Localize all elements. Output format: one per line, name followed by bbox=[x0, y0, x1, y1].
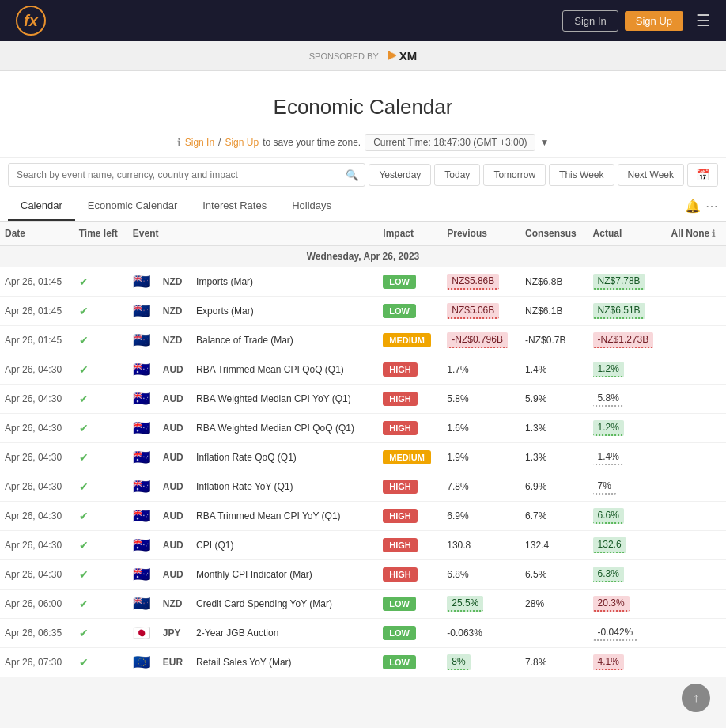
event-name[interactable]: 2-Year JGB Auction bbox=[191, 619, 378, 648]
more-options-icon[interactable]: ⋯ bbox=[705, 199, 718, 214]
table-row: Apr 26, 04:30 ✔ 🇦🇺 AUD RBA Weighted Medi… bbox=[0, 414, 726, 443]
tab-holidays[interactable]: Holidays bbox=[279, 191, 344, 221]
previous-value: 1.9% bbox=[447, 452, 468, 463]
filter-next-week-button[interactable]: Next Week bbox=[618, 164, 684, 186]
th-all-none[interactable]: All None ℹ bbox=[666, 222, 726, 246]
event-name[interactable]: Credit Card Spending YoY (Mar) bbox=[191, 590, 378, 619]
event-name[interactable]: Imports (Mar) bbox=[191, 267, 378, 297]
event-flag: 🇳🇿 bbox=[128, 297, 158, 326]
event-currency: NZD bbox=[158, 590, 191, 619]
event-flag: 🇯🇵 bbox=[128, 619, 158, 648]
hamburger-menu-icon[interactable]: ☰ bbox=[696, 11, 710, 30]
event-alert bbox=[666, 385, 726, 414]
event-previous: NZ$5.06B bbox=[442, 297, 520, 326]
th-date: Date bbox=[0, 222, 74, 246]
check-icon: ✔ bbox=[79, 656, 89, 669]
sponsor-logo[interactable]: ⯈ XM bbox=[387, 49, 418, 63]
event-consensus: NZ$6.1B bbox=[520, 297, 588, 326]
event-name[interactable]: RBA Weighted Median CPI QoQ (Q1) bbox=[191, 414, 378, 443]
impact-badge: MEDIUM bbox=[383, 450, 431, 464]
timezone-signin-link[interactable]: Sign In bbox=[185, 137, 214, 148]
event-alert bbox=[666, 267, 726, 297]
event-actual: 20.3% bbox=[588, 590, 667, 619]
event-actual: 5.8% bbox=[588, 385, 667, 414]
event-consensus: 1.3% bbox=[520, 443, 588, 472]
tab-economic-calendar[interactable]: Economic Calendar bbox=[75, 191, 190, 221]
table-section: Date Time left Event Impact Previous Con… bbox=[0, 222, 726, 677]
table-row: Apr 26, 04:30 ✔ 🇦🇺 AUD RBA Trimmed Mean … bbox=[0, 502, 726, 531]
actual-value: 7% bbox=[593, 479, 616, 495]
event-name[interactable]: Inflation Rate QoQ (Q1) bbox=[191, 443, 378, 472]
event-check: ✔ bbox=[74, 648, 128, 677]
previous-value: 1.7% bbox=[447, 364, 468, 375]
event-name[interactable]: CPI (Q1) bbox=[191, 531, 378, 560]
event-name[interactable]: RBA Weighted Median CPI YoY (Q1) bbox=[191, 385, 378, 414]
table-row: Apr 26, 06:35 ✔ 🇯🇵 JPY 2-Year JGB Auctio… bbox=[0, 619, 726, 648]
table-row: Apr 26, 01:45 ✔ 🇳🇿 NZD Exports (Mar) LOW… bbox=[0, 297, 726, 326]
event-name[interactable]: Inflation Rate YoY (Q1) bbox=[191, 472, 378, 502]
event-date: Apr 26, 06:35 bbox=[0, 619, 74, 648]
timezone-dropdown-icon[interactable]: ▼ bbox=[539, 137, 549, 148]
actual-value: -0.042% bbox=[593, 625, 638, 641]
bell-icon[interactable]: 🔔 bbox=[685, 199, 701, 214]
event-name[interactable]: Exports (Mar) bbox=[191, 297, 378, 326]
check-icon: ✔ bbox=[79, 422, 89, 434]
event-name[interactable]: Balance of Trade (Mar) bbox=[191, 326, 378, 355]
signup-button[interactable]: Sign Up bbox=[625, 11, 683, 31]
filter-this-week-button[interactable]: This Week bbox=[549, 164, 614, 186]
signin-button[interactable]: Sign In bbox=[562, 10, 618, 32]
event-date: Apr 26, 06:00 bbox=[0, 590, 74, 619]
impact-badge: HIGH bbox=[383, 362, 418, 377]
event-previous: 5.8% bbox=[442, 385, 520, 414]
filter-tomorrow-button[interactable]: Tomorrow bbox=[483, 164, 546, 186]
event-check: ✔ bbox=[74, 443, 128, 472]
event-alert bbox=[666, 443, 726, 472]
tab-interest-rates[interactable]: Interest Rates bbox=[190, 191, 279, 221]
event-alert bbox=[666, 590, 726, 619]
event-previous: 8% bbox=[442, 648, 520, 677]
search-button[interactable]: 🔍 bbox=[346, 169, 359, 181]
info-icon: ℹ bbox=[177, 136, 181, 149]
filter-yesterday-button[interactable]: Yesterday bbox=[369, 164, 431, 186]
event-currency: AUD bbox=[158, 531, 191, 560]
table-row: Apr 26, 04:30 ✔ 🇦🇺 AUD Inflation Rate Qo… bbox=[0, 443, 726, 472]
impact-badge: LOW bbox=[383, 275, 416, 289]
event-check: ✔ bbox=[74, 326, 128, 355]
timezone-signup-link[interactable]: Sign Up bbox=[225, 137, 259, 148]
event-alert bbox=[666, 414, 726, 443]
event-consensus: 1.4% bbox=[520, 355, 588, 385]
event-consensus: 6.5% bbox=[520, 560, 588, 590]
event-previous: 1.9% bbox=[442, 443, 520, 472]
current-time-display: Current Time: 18:47:30 (GMT +3:00) bbox=[365, 134, 535, 151]
event-alert bbox=[666, 619, 726, 648]
calendar-picker-button[interactable]: 📅 bbox=[687, 163, 718, 187]
check-icon: ✔ bbox=[79, 392, 89, 405]
event-actual: 6.3% bbox=[588, 560, 667, 590]
event-actual: 4.1% bbox=[588, 648, 667, 677]
event-impact: HIGH bbox=[378, 414, 442, 443]
actual-value: 132.6 bbox=[593, 537, 626, 553]
previous-value: 5.8% bbox=[447, 393, 468, 404]
filter-today-button[interactable]: Today bbox=[434, 164, 480, 186]
event-date: Apr 26, 01:45 bbox=[0, 326, 74, 355]
event-currency: NZD bbox=[158, 297, 191, 326]
tabs-right: 🔔 ⋯ bbox=[685, 199, 718, 214]
tab-calendar[interactable]: Calendar bbox=[8, 191, 75, 221]
event-consensus: 28% bbox=[520, 590, 588, 619]
event-name[interactable]: RBA Trimmed Mean CPI QoQ (Q1) bbox=[191, 355, 378, 385]
table-row: Apr 26, 07:30 ✔ 🇪🇺 EUR Retail Sales YoY … bbox=[0, 648, 726, 677]
nav-buttons: Sign In Sign Up ☰ bbox=[562, 10, 710, 32]
actual-value: 1.2% bbox=[593, 362, 624, 377]
tabs-left: Calendar Economic Calendar Interest Rate… bbox=[8, 191, 344, 221]
site-logo[interactable]: fx bbox=[16, 6, 46, 36]
event-name[interactable]: Retail Sales YoY (Mar) bbox=[191, 648, 378, 677]
event-name[interactable]: RBA Trimmed Mean CPI YoY (Q1) bbox=[191, 502, 378, 531]
search-input[interactable] bbox=[8, 163, 365, 187]
th-event: Event bbox=[128, 222, 378, 246]
event-consensus: 5.9% bbox=[520, 385, 588, 414]
event-date: Apr 26, 04:30 bbox=[0, 531, 74, 560]
event-previous: NZ$5.86B bbox=[442, 267, 520, 297]
event-name[interactable]: Monthly CPI Indicator (Mar) bbox=[191, 560, 378, 590]
event-flag: 🇪🇺 bbox=[128, 648, 158, 677]
event-check: ✔ bbox=[74, 414, 128, 443]
